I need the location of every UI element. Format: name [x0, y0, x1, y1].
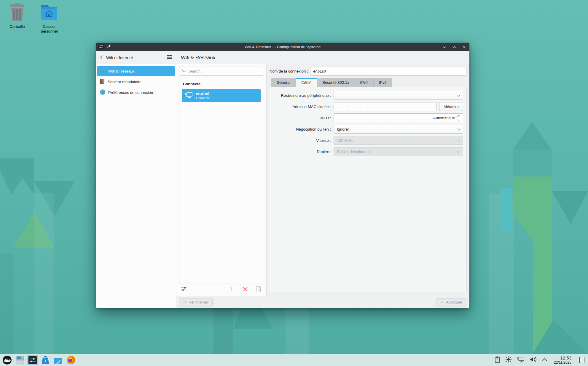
- search-box[interactable]: [179, 67, 263, 76]
- task-discover[interactable]: [40, 355, 51, 365]
- wallpaper-band: [286, 307, 309, 354]
- minimize-icon[interactable]: [442, 44, 447, 50]
- sidebar-item-wifi-networks[interactable]: Wifi & Réseaux: [97, 66, 175, 76]
- home-folder-icon: [40, 3, 58, 23]
- trash-icon: [8, 3, 27, 23]
- sidebar-item-label: Wifi & Réseaux: [108, 69, 135, 73]
- sidebar-item-label: Serveur mandataire: [108, 80, 141, 84]
- spinner-arrows-icon[interactable]: [458, 115, 460, 121]
- close-icon[interactable]: [462, 44, 467, 50]
- undo-icon: ↺: [183, 300, 187, 304]
- duplex-label: Duplex :: [272, 150, 331, 154]
- search-input[interactable]: [188, 69, 260, 73]
- wired-settings-form: Restreindre au périphérique : Adresse MA…: [269, 87, 466, 292]
- mtu-spinbox[interactable]: Automatique: [334, 113, 463, 122]
- export-connection-icon: [256, 286, 262, 293]
- wired-network-icon: [185, 91, 193, 100]
- wallpaper-band: [0, 253, 14, 354]
- connection-name-input[interactable]: [310, 67, 466, 76]
- volume-icon[interactable]: [530, 356, 537, 364]
- link-negotiation-combobox[interactable]: Ignorer: [334, 125, 463, 134]
- sidebar-item-label: Préférences de connexion: [108, 90, 153, 95]
- page-header: Wifi & Réseaux: [176, 51, 469, 64]
- clock-date: 22/11/2025: [554, 361, 571, 365]
- clipboard-icon[interactable]: [495, 356, 500, 364]
- connection-status: Connecté: [196, 96, 210, 100]
- clock-time: 12:53: [554, 356, 571, 361]
- checkmark-icon: ✓: [441, 300, 444, 304]
- back-icon[interactable]: [100, 55, 103, 61]
- mtu-label: MTU :: [272, 116, 331, 120]
- page-title: Wifi & Réseaux: [181, 55, 215, 61]
- sidebar-header-title: Wifi et Internet: [106, 55, 164, 60]
- connection-item-enp1s0[interactable]: enp1s0 Connecté: [182, 89, 261, 102]
- dolphin-icon: [53, 356, 63, 364]
- chevron-down-icon: [457, 93, 460, 97]
- desktop-icon-label: Dossier personnel: [35, 24, 63, 34]
- taskbar: 12:53 22/11/2025: [0, 354, 588, 366]
- chevron-down-icon: [457, 150, 460, 153]
- sidebar-item-connection-preferences[interactable]: Préférences de connexion: [97, 87, 175, 97]
- connection-list: Connecté: [179, 78, 263, 283]
- window-title: Wifi & Réseaux — Configuration du systèm…: [96, 45, 469, 49]
- tab-security-8021x[interactable]: Sécurité 802.1x: [317, 78, 355, 87]
- apply-button[interactable]: ✓ Appliquer: [436, 298, 466, 306]
- desktop-icon-home-folder[interactable]: Dossier personnel: [35, 3, 63, 34]
- link-negotiation-label: Négociation du lien :: [272, 127, 331, 131]
- section-label: Connecté: [183, 82, 200, 86]
- wallpaper-triangle: [552, 191, 588, 224]
- sidebar-item-proxy[interactable]: Serveur mandataire: [97, 77, 175, 87]
- wallpaper-cyan-block: [501, 188, 512, 232]
- desktop-icon-label: Corbeille: [9, 24, 25, 29]
- task-dolphin[interactable]: [53, 355, 63, 365]
- restrict-device-combobox[interactable]: [334, 91, 463, 100]
- add-connection-icon[interactable]: [229, 286, 235, 293]
- wallpaper-green-shape: [513, 176, 552, 280]
- connection-list-panel: Connecté: [176, 64, 267, 296]
- show-desktop-button[interactable]: [579, 357, 584, 363]
- search-icon: [182, 68, 186, 74]
- app-launcher-button[interactable]: [2, 355, 12, 365]
- cloned-mac-label: Adresse MAC clonée :: [272, 105, 331, 109]
- speed-label: Vitesse :: [272, 138, 331, 143]
- wallpaper-triangle: [0, 158, 34, 195]
- system-settings-icon: [28, 356, 37, 365]
- pin-icon[interactable]: [107, 44, 111, 50]
- section-divider: [203, 84, 259, 84]
- wallpaper-band: [513, 150, 552, 177]
- digital-clock[interactable]: 12:53 22/11/2025: [554, 356, 571, 365]
- firefox-icon: [66, 356, 75, 365]
- globe-icon: [100, 89, 106, 96]
- network-tray-icon[interactable]: [517, 356, 525, 364]
- titlebar[interactable]: Wifi & Réseaux — Configuration du systèm…: [96, 43, 469, 51]
- task-firefox[interactable]: [66, 355, 76, 365]
- tab-ipv4[interactable]: IPv4: [355, 78, 374, 87]
- list-section-header: Connecté: [182, 81, 261, 89]
- tray-expand-icon[interactable]: [542, 357, 548, 363]
- system-settings-window: Wifi & Réseaux — Configuration du systèm…: [96, 43, 469, 308]
- brightness-icon[interactable]: [505, 356, 512, 364]
- chevron-down-icon: [457, 127, 460, 130]
- maximize-icon[interactable]: [452, 44, 457, 50]
- duplex-combobox: Full (bi-directionnel): [334, 147, 463, 156]
- wallpaper-triangle: [233, 308, 273, 329]
- tab-general[interactable]: Général: [271, 78, 296, 87]
- wallpaper-band: [213, 307, 233, 354]
- hamburger-menu-icon[interactable]: [167, 55, 172, 60]
- configure-connections-icon[interactable]: [181, 286, 187, 293]
- connection-form-panel: Nom de la connexion : Général Câblé Sécu…: [267, 64, 469, 296]
- reset-button[interactable]: ↺ Réinitialiser: [179, 298, 213, 306]
- task-system-settings[interactable]: [27, 355, 38, 365]
- restrict-device-label: Restreindre au périphérique :: [272, 93, 331, 98]
- sidebar: Wifi et Internet: [96, 51, 176, 308]
- wallpaper-triangle: [513, 122, 552, 150]
- cloned-mac-input[interactable]: [334, 102, 436, 111]
- connection-name-label: Nom de la connexion :: [270, 69, 308, 73]
- connection-name: enp1s0: [196, 92, 210, 96]
- virtual-desktop-pager[interactable]: [15, 355, 25, 365]
- random-mac-button[interactable]: Aléatoire: [439, 102, 463, 111]
- tab-wired[interactable]: Câblé: [296, 78, 317, 87]
- tab-ipv6[interactable]: IPv6: [374, 78, 392, 87]
- desktop-icon-trash[interactable]: Corbeille: [3, 3, 31, 29]
- delete-connection-icon[interactable]: [243, 286, 248, 293]
